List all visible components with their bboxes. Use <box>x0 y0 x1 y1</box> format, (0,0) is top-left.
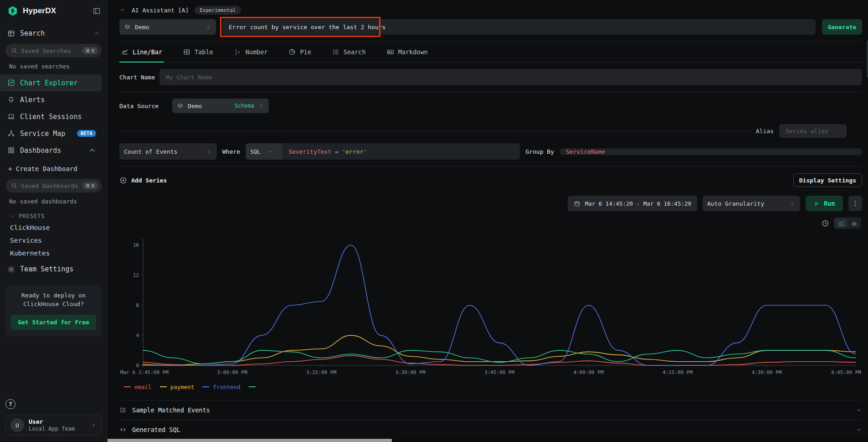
line-chart-toggle[interactable] <box>835 218 847 228</box>
data-source-label: Data Source <box>119 103 172 109</box>
generated-sql-section[interactable]: Generated SQL <box>119 420 862 439</box>
svg-text:3:15:00 PM: 3:15:00 PM <box>306 369 337 375</box>
create-dashboard-button[interactable]: + Create Dashboard <box>0 159 107 177</box>
user-menu[interactable]: U User Local App Team <box>5 415 102 436</box>
horizontal-scrollbar[interactable] <box>108 439 868 442</box>
legend-label: frontend <box>213 384 240 390</box>
preset-item-services[interactable]: Services <box>0 234 107 247</box>
svg-text:4:15:00 PM: 4:15:00 PM <box>663 369 693 375</box>
legend-item-email[interactable]: email <box>124 384 152 390</box>
svg-text:3:45:00 PM: 3:45:00 PM <box>484 369 515 375</box>
saved-dashboards-search[interactable]: ⌘ K <box>5 179 102 192</box>
sidebar-item-alerts[interactable]: Alerts <box>0 91 102 108</box>
divider <box>119 131 750 131</box>
search-icon <box>11 182 17 189</box>
sidebar-item-service-map[interactable]: Service MapBETA <box>0 125 102 142</box>
bar-chart-toggle[interactable] <box>848 218 860 228</box>
sample-matched-events-section[interactable]: Sample Matched Events <box>119 400 862 420</box>
presets-toggle[interactable]: PRESETS <box>0 208 107 221</box>
aggregation-select[interactable]: Count of Events <box>119 143 217 160</box>
tab-label: Number <box>246 48 268 56</box>
code-token: = <box>331 148 342 155</box>
tab-markdown[interactable]: Markdown <box>387 42 428 62</box>
chart-name-row: Chart Name <box>119 69 862 85</box>
where-expression-input[interactable]: SeverityText = 'error' <box>282 143 520 160</box>
data-source-row: Data Source Demo Schema <box>119 99 862 113</box>
plus-circle-icon <box>119 177 127 184</box>
preset-item-clickhouse[interactable]: ClickHouse <box>0 221 107 234</box>
sidebar-section-search[interactable]: Search <box>0 25 107 42</box>
chart-name-input[interactable] <box>159 69 862 85</box>
collapse-sidebar-icon[interactable] <box>92 7 101 15</box>
legend-item[interactable] <box>249 386 256 387</box>
svg-text:16: 16 <box>133 242 139 248</box>
preset-item-kubernetes[interactable]: Kubernetes <box>0 247 107 260</box>
get-started-button[interactable]: Get Started for Free <box>11 315 96 330</box>
help-button[interactable]: ? <box>5 399 15 409</box>
legend-label: email <box>134 384 152 390</box>
saved-dashboards-input[interactable] <box>21 182 78 189</box>
ai-source-select[interactable]: Demo <box>119 19 216 35</box>
chart-style-toggle <box>834 217 861 229</box>
schema-link[interactable]: Schema <box>235 103 254 109</box>
data-source-select[interactable]: Demo Schema <box>172 99 269 113</box>
run-row: Mar 6 14:45:20 - Mar 6 16:45:20 Auto Gra… <box>119 196 862 211</box>
chart-name-label: Chart Name <box>119 74 159 81</box>
data-source-value: Demo <box>188 103 202 109</box>
legend-item-frontend[interactable]: frontend <box>202 384 240 390</box>
code-token: 'error' <box>342 148 367 155</box>
tab-line-bar[interactable]: Line/Bar <box>121 42 162 62</box>
code-icon <box>119 426 127 433</box>
sidebar-item-dashboards[interactable]: Dashboards <box>0 142 102 159</box>
tab-label: Line/Bar <box>133 48 162 56</box>
search-icon <box>11 47 17 54</box>
time-range-picker[interactable]: Mar 6 14:45:20 - Mar 6 16:45:20 <box>568 196 697 211</box>
granularity-select[interactable]: Auto Granularity <box>703 196 800 211</box>
run-label: Run <box>824 200 835 207</box>
squares-icon <box>7 146 15 154</box>
chart-tools <box>119 218 862 229</box>
line-chart[interactable]: 0481216Mar 6 2:45:00 PM3:00:00 PM3:15:00… <box>119 230 862 382</box>
language-select[interactable]: SQL <box>246 143 282 160</box>
generate-button[interactable]: Generate <box>822 19 862 35</box>
divider <box>119 92 862 92</box>
tab-number[interactable]: 123Number <box>234 42 268 62</box>
sidebar-item-team-settings[interactable]: Team Settings <box>0 260 107 278</box>
add-series-label: Add Series <box>131 177 167 184</box>
tab-table[interactable]: Table <box>183 42 213 62</box>
experimental-badge: Experimental <box>195 6 241 15</box>
table-icon <box>183 48 190 56</box>
run-button[interactable]: Run <box>806 196 843 211</box>
tab-pie[interactable]: Pie <box>288 42 311 62</box>
gear-icon <box>7 265 15 273</box>
alias-input[interactable] <box>779 124 847 138</box>
code-token: ServiceName <box>566 148 605 155</box>
list-icon <box>119 406 127 414</box>
ai-prompt-input[interactable] <box>222 19 816 35</box>
time-range-value: Mar 6 14:45:20 - Mar 6 16:45:20 <box>585 200 691 207</box>
tab-label: Markdown <box>398 48 428 56</box>
clock-icon[interactable] <box>822 219 829 227</box>
language-value: SQL <box>250 148 261 155</box>
sidebar: HyperDX Search ⌘ K No saved searches Cha… <box>0 0 108 442</box>
chart-type-tabs: Line/BarTable123NumberPieSearchMarkdown <box>119 42 862 62</box>
saved-searches-input[interactable] <box>21 47 78 54</box>
sidebar-item-client-sessions[interactable]: Client Sessions <box>0 108 102 125</box>
group-by-label: Group By <box>525 148 554 155</box>
scrollbar-thumb[interactable] <box>108 439 392 442</box>
where-group: SQL SeverityText = 'error' <box>246 143 520 160</box>
saved-searches-search[interactable]: ⌘ K <box>5 44 102 57</box>
sidebar-item-chart-explorer[interactable]: Chart Explorer <box>0 74 102 91</box>
granularity-value: Auto Granularity <box>707 200 764 207</box>
chevron-up-icon[interactable] <box>119 7 126 13</box>
legend-item-payment[interactable]: payment <box>160 384 195 390</box>
presets-list: ClickHouseServicesKubernetes <box>0 221 107 260</box>
nav-item-label: Dashboards <box>20 146 61 155</box>
legend-dash <box>124 386 131 387</box>
group-by-input[interactable]: ServiceName <box>560 148 862 155</box>
display-settings-button[interactable]: Display Settings <box>793 173 862 187</box>
aggregation-value: Count of Events <box>124 148 177 155</box>
more-options-button[interactable]: ⋮ <box>848 196 862 211</box>
add-series-button[interactable]: Add Series <box>119 177 167 184</box>
tab-search[interactable]: Search <box>332 42 366 62</box>
